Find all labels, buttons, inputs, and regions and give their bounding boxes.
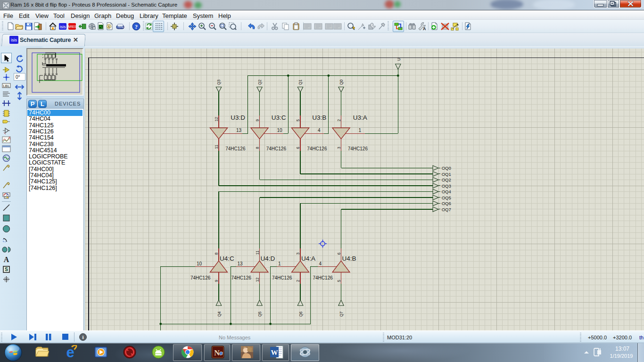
svg-text:W: W <box>271 349 278 356</box>
svg-text:3: 3 <box>296 252 301 255</box>
svg-text:74HC126: 74HC126 <box>307 146 327 151</box>
svg-text:OQ6: OQ6 <box>442 201 451 206</box>
svg-text:OQ2: OQ2 <box>442 177 451 182</box>
svg-text:2: 2 <box>337 119 341 122</box>
svg-text:i: i <box>82 334 83 340</box>
svg-text:U4:C: U4:C <box>220 255 234 262</box>
svg-text:LBL: LBL <box>3 84 10 88</box>
svg-text:OQ7: OQ7 <box>442 207 451 212</box>
svg-text:9: 9 <box>215 280 219 282</box>
svg-text:13: 13 <box>238 261 243 266</box>
svg-text:N: N <box>214 349 220 357</box>
svg-text:2: 2 <box>296 280 301 282</box>
svg-text:S: S <box>5 267 8 272</box>
svg-text:A: A <box>4 255 9 263</box>
svg-text:Q5: Q5 <box>257 311 262 317</box>
svg-text:12: 12 <box>215 117 219 122</box>
svg-text:74HC126: 74HC126 <box>313 275 333 280</box>
svg-text:U3:C: U3:C <box>272 114 286 121</box>
svg-text:8: 8 <box>215 252 219 255</box>
svg-text:$: $ <box>108 25 110 29</box>
svg-text:Q2: Q2 <box>257 79 262 85</box>
svg-text:OSVM: OSVM <box>117 26 124 29</box>
svg-text:74HC126: 74HC126 <box>231 275 252 280</box>
svg-text:5: 5 <box>296 119 301 122</box>
svg-text:Q0: Q0 <box>339 79 344 85</box>
svg-text:Q7: Q7 <box>339 311 344 317</box>
svg-text:U3:A: U3:A <box>353 114 367 121</box>
svg-text:9: 9 <box>255 119 260 122</box>
svg-text:5: 5 <box>337 280 341 282</box>
svg-text:OQ1: OQ1 <box>442 172 451 177</box>
svg-text:isis: isis <box>60 25 66 29</box>
svg-text:?: ? <box>135 24 138 30</box>
svg-text:74HC126: 74HC126 <box>225 146 246 151</box>
svg-text:1: 1 <box>359 128 362 133</box>
svg-text:3: 3 <box>337 147 341 149</box>
svg-text:11: 11 <box>215 145 219 149</box>
svg-text:4: 4 <box>318 128 321 133</box>
svg-text:74HC126: 74HC126 <box>190 275 211 280</box>
svg-text:OQ3: OQ3 <box>442 183 451 189</box>
svg-text:10: 10 <box>277 128 283 133</box>
svg-text:U4:B: U4:B <box>342 255 356 262</box>
svg-text:U4:D: U4:D <box>261 255 275 262</box>
svg-text:6: 6 <box>337 252 341 255</box>
svg-text:isis: isis <box>11 38 17 42</box>
svg-text:74HC126: 74HC126 <box>272 275 292 280</box>
svg-text:U: U <box>396 58 401 61</box>
svg-text:6: 6 <box>296 147 301 149</box>
svg-text:Q6: Q6 <box>298 311 303 317</box>
svg-text:11: 11 <box>255 250 260 255</box>
svg-text:OQ5: OQ5 <box>442 195 451 200</box>
svg-text:4: 4 <box>319 261 322 266</box>
svg-text:OQ0: OQ0 <box>442 165 451 171</box>
svg-text:8: 8 <box>255 147 260 149</box>
svg-text:Q3: Q3 <box>216 79 221 85</box>
svg-text:U3:D: U3:D <box>231 114 245 121</box>
svg-text:74HC126: 74HC126 <box>348 146 368 151</box>
svg-text:1: 1 <box>278 261 281 266</box>
svg-text:10: 10 <box>197 261 202 266</box>
svg-text:13: 13 <box>236 128 242 133</box>
svg-text:Q4: Q4 <box>217 311 222 317</box>
svg-text:U3:B: U3:B <box>312 114 326 121</box>
svg-text:U4:A: U4:A <box>301 255 315 262</box>
svg-text:e: e <box>66 345 74 359</box>
svg-text:12: 12 <box>255 278 260 282</box>
svg-text:Q1: Q1 <box>298 79 303 85</box>
svg-text:OQ4: OQ4 <box>442 189 451 194</box>
svg-text:74HC126: 74HC126 <box>266 146 287 151</box>
svg-text:A: A <box>423 26 426 31</box>
svg-text:ARES: ARES <box>68 25 76 28</box>
